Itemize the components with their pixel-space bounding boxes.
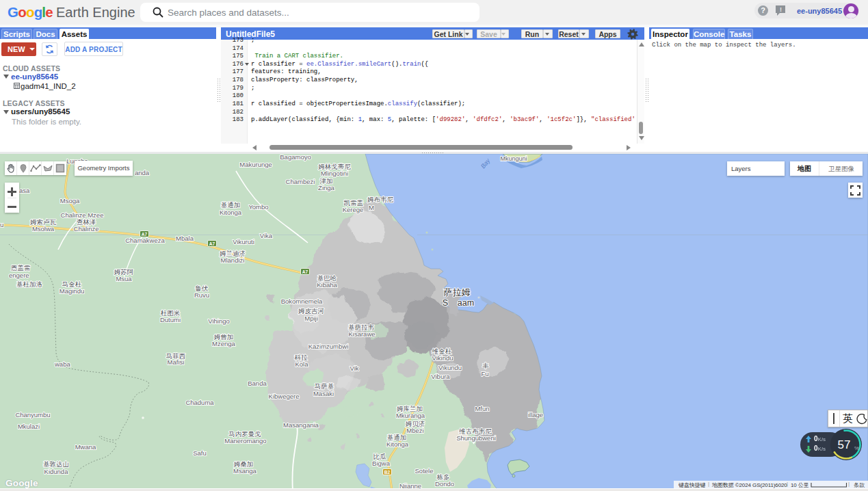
svg-text:A7: A7: [302, 269, 308, 274]
svg-text:Kitonga: Kitonga: [386, 440, 409, 448]
svg-text:Mzenga: Mzenga: [212, 340, 236, 347]
svg-text:Mbala: Mbala: [176, 235, 194, 242]
svg-text:Mwana: Mwana: [75, 443, 96, 451]
svg-text:姆皮吉河: 姆皮吉河: [298, 307, 324, 315]
svg-text:%: %: [854, 445, 859, 451]
svg-text:Ruvu: Ruvu: [194, 291, 209, 299]
svg-text:基敦达山: 基敦达山: [43, 460, 69, 468]
svg-text:Msua: Msua: [116, 275, 132, 282]
svg-text:Mlingotini: Mlingotini: [321, 170, 348, 177]
svg-text:丰: 丰: [482, 362, 489, 369]
svg-text:Mfun: Mfun: [475, 405, 489, 412]
svg-text:Mkulazi: Mkulazi: [18, 423, 40, 430]
svg-text:Chanyumbu: Chanyumbu: [15, 411, 50, 419]
svg-text:Sotele: Sotele: [415, 467, 434, 475]
svg-text:u: u: [0, 221, 3, 228]
svg-text:Kisarawe: Kisarawe: [348, 330, 375, 338]
svg-text:Dutumi: Dutumi: [160, 316, 181, 323]
svg-text:Kibaha: Kibaha: [317, 281, 337, 289]
svg-text:萨拉姆: 萨拉姆: [444, 287, 471, 297]
svg-text:Mkuranga: Mkuranga: [396, 412, 425, 419]
svg-text:Fu: Fu: [481, 370, 488, 377]
svg-text:基通加: 基通加: [221, 201, 241, 209]
svg-text:B2: B2: [384, 470, 391, 475]
svg-text:Bokomnemela: Bokomnemela: [281, 297, 323, 305]
svg-text:S: S: [443, 298, 448, 308]
svg-text:Banda: Banda: [248, 380, 267, 387]
svg-text:Chamakweza: Chamakweza: [125, 237, 165, 244]
svg-text:Vihingo: Vihingo: [208, 317, 230, 325]
svg-text:waba: waba: [54, 360, 70, 368]
svg-text:基杜加洛: 基杜加洛: [16, 280, 43, 288]
svg-text:恩盖雷: 恩盖雷: [10, 264, 31, 271]
svg-text:Msoga: Msoga: [60, 197, 80, 204]
svg-text:Chaduma: Chaduma: [185, 399, 214, 406]
svg-text:Masaki: Masaki: [313, 390, 334, 397]
svg-text:Kola: Kola: [295, 360, 308, 368]
svg-text:Zinga: Zinga: [318, 184, 334, 191]
svg-text:Vik: Vik: [350, 364, 358, 372]
svg-text:Vikundu: Vikundu: [438, 364, 462, 371]
svg-text:Vibura: Vibura: [431, 373, 450, 380]
svg-text:Mbezi: Mbezi: [406, 427, 423, 434]
svg-text:asa: asa: [19, 187, 30, 194]
svg-text:Vika: Vika: [260, 232, 273, 239]
svg-text:Chambezi: Chambezi: [286, 178, 315, 185]
svg-text:Bagamoyo: Bagamoyo: [280, 154, 311, 161]
svg-text:姆布韦尼: 姆布韦尼: [367, 196, 394, 203]
svg-text:Masangania: Masangania: [283, 421, 319, 429]
svg-text:Yombo: Yombo: [248, 203, 268, 211]
svg-text:M: M: [369, 204, 374, 211]
svg-text:马萨基: 马萨基: [315, 382, 334, 390]
svg-text:Vikuruti: Vikuruti: [233, 238, 254, 246]
svg-text:Safu: Safu: [193, 449, 207, 457]
svg-text:Kazimzumbwi: Kazimzumbwi: [308, 343, 349, 350]
svg-text:Magindu: Magindu: [60, 287, 84, 295]
svg-text:Shungubweni: Shungubweni: [456, 434, 496, 442]
svg-text:illage: illage: [528, 411, 543, 419]
svg-text:aam: aam: [458, 298, 474, 308]
svg-text:Vikindu: Vikindu: [432, 354, 453, 362]
svg-text:Mpiji: Mpiji: [304, 315, 318, 322]
svg-text:anda: anda: [135, 169, 150, 176]
svg-text:Msanga: Msanga: [233, 467, 257, 475]
svg-text:Mafisi: Mafisi: [168, 358, 185, 366]
svg-text:Mlandizi: Mlandizi: [221, 256, 245, 264]
svg-text:Kidunda: Kidunda: [44, 468, 69, 475]
svg-text:Makurunge: Makurunge: [239, 161, 272, 168]
svg-text:57: 57: [838, 438, 851, 451]
svg-text:engere: engere: [9, 271, 29, 279]
svg-text:Chalinze: Chalinze: [74, 225, 99, 233]
svg-text:Dondo: Dondo: [435, 480, 454, 488]
svg-text:A7: A7: [209, 241, 215, 246]
svg-text:Maneromango: Maneromango: [224, 437, 266, 444]
svg-text:Kerege: Kerege: [343, 206, 364, 213]
svg-text:Msolwa: Msolwa: [32, 225, 55, 233]
svg-text:A7: A7: [142, 232, 148, 237]
svg-text:Mkunguni: Mkunguni: [500, 155, 527, 162]
svg-text:Kibwegere: Kibwegere: [269, 393, 300, 400]
svg-text:Bigwa: Bigwa: [372, 460, 391, 467]
svg-text:Kitonga: Kitonga: [220, 209, 242, 216]
